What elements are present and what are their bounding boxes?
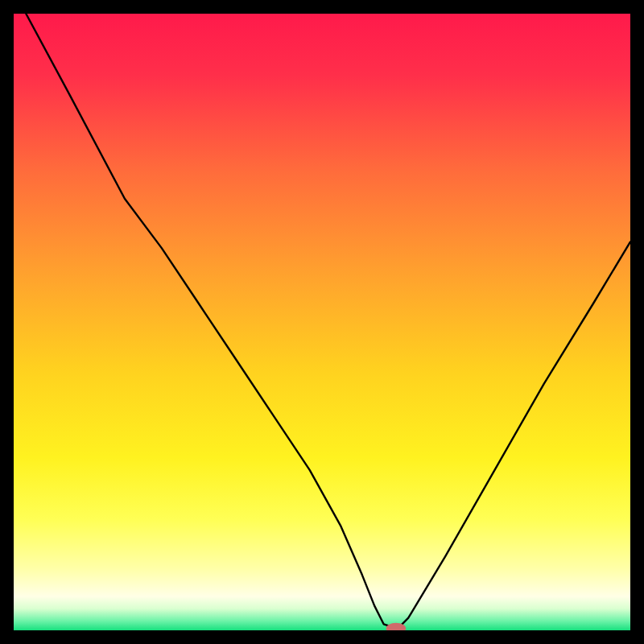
chart-frame: TheBottleneck.com bbox=[14, 14, 630, 630]
bottleneck-chart bbox=[14, 14, 630, 630]
gradient-background bbox=[14, 14, 630, 630]
